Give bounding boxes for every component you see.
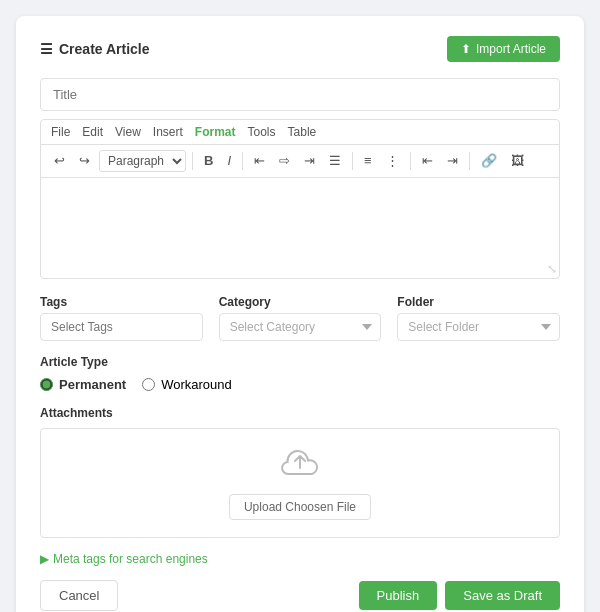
rich-text-editor: File Edit View Insert Format Tools Table… [40, 119, 560, 279]
cancel-button[interactable]: Cancel [40, 580, 118, 611]
justify-button[interactable]: ☰ [324, 150, 346, 172]
footer-actions: Cancel Publish Save as Draft [40, 580, 560, 611]
article-type-options: Permanent Workaround [40, 377, 560, 392]
type-workaround-radio[interactable] [142, 378, 155, 391]
toolbar-divider-5 [469, 152, 470, 170]
unordered-list-button[interactable]: ≡ [359, 150, 377, 172]
page-title: ☰ Create Article [40, 41, 150, 57]
bold-button[interactable]: B [199, 150, 218, 172]
undo-button[interactable]: ↩ [49, 150, 70, 172]
toolbar-divider-1 [192, 152, 193, 170]
menu-file[interactable]: File [51, 125, 70, 139]
attachments-label: Attachments [40, 406, 560, 420]
editor-toolbar: ↩ ↪ Paragraph Heading 1 Heading 2 B I ⇤ … [41, 145, 559, 178]
type-permanent-label: Permanent [59, 377, 126, 392]
menu-insert[interactable]: Insert [153, 125, 183, 139]
chevron-right-icon: ▶ [40, 552, 49, 566]
toolbar-divider-2 [242, 152, 243, 170]
redo-button[interactable]: ↪ [74, 150, 95, 172]
outdent-button[interactable]: ⇤ [417, 150, 438, 172]
ordered-list-button[interactable]: ⋮ [381, 150, 404, 172]
import-article-button[interactable]: ⬆ Import Article [447, 36, 560, 62]
meta-tags-link[interactable]: ▶ Meta tags for search engines [40, 552, 560, 566]
category-label: Category [219, 295, 382, 309]
tags-label: Tags [40, 295, 203, 309]
type-permanent[interactable]: Permanent [40, 377, 126, 392]
import-icon: ⬆ [461, 42, 471, 56]
indent-button[interactable]: ⇥ [442, 150, 463, 172]
editor-body[interactable]: ⤡ [41, 178, 559, 278]
folder-group: Folder Select Folder [397, 295, 560, 341]
folder-label: Folder [397, 295, 560, 309]
menu-format[interactable]: Format [195, 125, 236, 139]
list-icon: ☰ [40, 41, 53, 57]
article-type-section: Article Type Permanent Workaround [40, 355, 560, 392]
metadata-fields: Tags Category Select Category Folder Sel… [40, 295, 560, 341]
menu-table[interactable]: Table [288, 125, 317, 139]
category-select[interactable]: Select Category [219, 313, 382, 341]
type-workaround-label: Workaround [161, 377, 232, 392]
menu-edit[interactable]: Edit [82, 125, 103, 139]
create-article-card: ☰ Create Article ⬆ Import Article File E… [16, 16, 584, 612]
card-header: ☰ Create Article ⬆ Import Article [40, 36, 560, 62]
image-button[interactable]: 🖼 [506, 150, 529, 172]
attachments-section: Attachments Upload Choosen File [40, 406, 560, 538]
footer-right-buttons: Publish Save as Draft [359, 581, 560, 610]
upload-button[interactable]: Upload Choosen File [229, 494, 371, 520]
tags-group: Tags [40, 295, 203, 341]
menu-view[interactable]: View [115, 125, 141, 139]
toolbar-divider-3 [352, 152, 353, 170]
paragraph-select[interactable]: Paragraph Heading 1 Heading 2 [99, 150, 186, 172]
type-workaround[interactable]: Workaround [142, 377, 232, 392]
link-button[interactable]: 🔗 [476, 150, 502, 172]
align-left-button[interactable]: ⇤ [249, 150, 270, 172]
title-input[interactable] [40, 78, 560, 111]
publish-button[interactable]: Publish [359, 581, 438, 610]
type-permanent-radio[interactable] [40, 378, 53, 391]
save-draft-button[interactable]: Save as Draft [445, 581, 560, 610]
align-right-button[interactable]: ⇥ [299, 150, 320, 172]
toolbar-divider-4 [410, 152, 411, 170]
resize-handle: ⤡ [547, 262, 557, 276]
align-center-button[interactable]: ⇨ [274, 150, 295, 172]
upload-cloud-icon [280, 446, 320, 486]
editor-menubar: File Edit View Insert Format Tools Table [41, 120, 559, 145]
article-type-label: Article Type [40, 355, 560, 369]
tags-input[interactable] [40, 313, 203, 341]
folder-select[interactable]: Select Folder [397, 313, 560, 341]
category-group: Category Select Category [219, 295, 382, 341]
attachments-dropzone[interactable]: Upload Choosen File [40, 428, 560, 538]
menu-tools[interactable]: Tools [248, 125, 276, 139]
italic-button[interactable]: I [222, 150, 236, 172]
